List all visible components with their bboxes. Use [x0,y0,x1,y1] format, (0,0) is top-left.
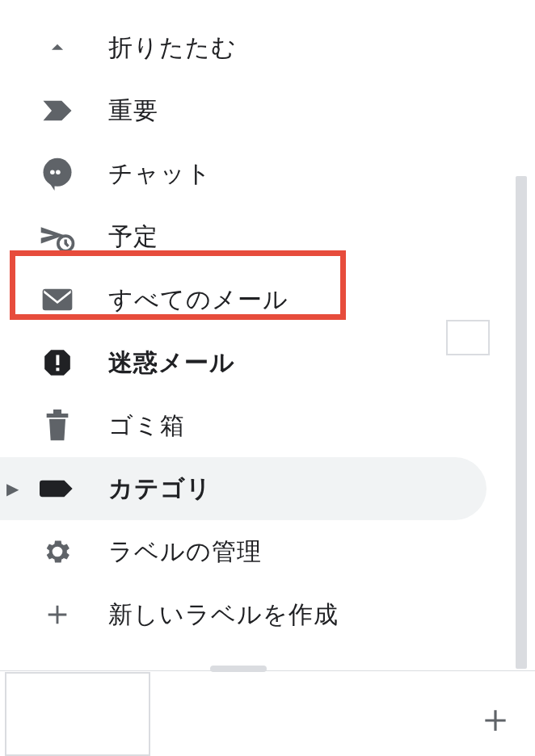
hangouts-panel[interactable] [5,672,150,756]
sidebar-item-label: 迷惑メール [108,346,235,380]
sidebar-item-label: 折りたたむ [108,32,237,65]
svg-rect-4 [43,289,73,311]
sidebar-item-label: 予定 [108,220,158,254]
svg-point-2 [56,170,61,174]
sidebar-item-important[interactable]: 重要 [0,79,535,142]
important-icon [39,99,76,122]
scheduled-icon [39,221,76,252]
label-icon [39,477,76,501]
spam-icon [39,347,76,378]
sidebar-item-label: 重要 [108,94,158,128]
sidebar-item-label: ゴミ箱 [108,410,185,443]
sidebar-item-label: チャット [108,158,212,191]
svg-rect-8 [53,410,61,414]
sidebar-item-chat[interactable]: チャット [0,142,535,205]
sidebar-item-trash[interactable]: ゴミ箱 [0,394,535,457]
svg-rect-5 [56,355,59,366]
sidebar-item-categories[interactable]: ▶ カテゴリ [0,457,487,520]
sidebar-item-manage-labels[interactable]: ラベルの管理 [0,520,535,583]
svg-point-9 [54,548,61,555]
sidebar-item-create-label[interactable]: 新しいラベルを作成 [0,583,535,646]
add-button[interactable] [480,705,511,736]
divider [0,670,535,671]
plus-icon [39,601,76,628]
svg-point-1 [50,170,55,174]
sidebar-item-collapse[interactable]: 折りたたむ [0,16,535,79]
chevron-up-icon [39,34,76,61]
chat-icon [39,157,76,191]
spam-count-badge [446,320,490,355]
chevron-right-icon: ▶ [6,479,19,498]
sidebar-item-label: 新しいラベルを作成 [108,598,339,632]
scrollbar[interactable] [516,176,527,669]
sidebar-item-label: ラベルの管理 [108,536,262,569]
sidebar-item-label: カテゴリ [108,472,212,506]
mail-icon [39,287,76,313]
sidebar-item-scheduled[interactable]: 予定 [0,205,535,268]
sidebar-item-label: すべてのメール [108,284,289,317]
svg-rect-7 [47,414,69,418]
trash-icon [39,410,76,442]
gear-icon [39,536,76,567]
svg-rect-6 [56,368,59,371]
